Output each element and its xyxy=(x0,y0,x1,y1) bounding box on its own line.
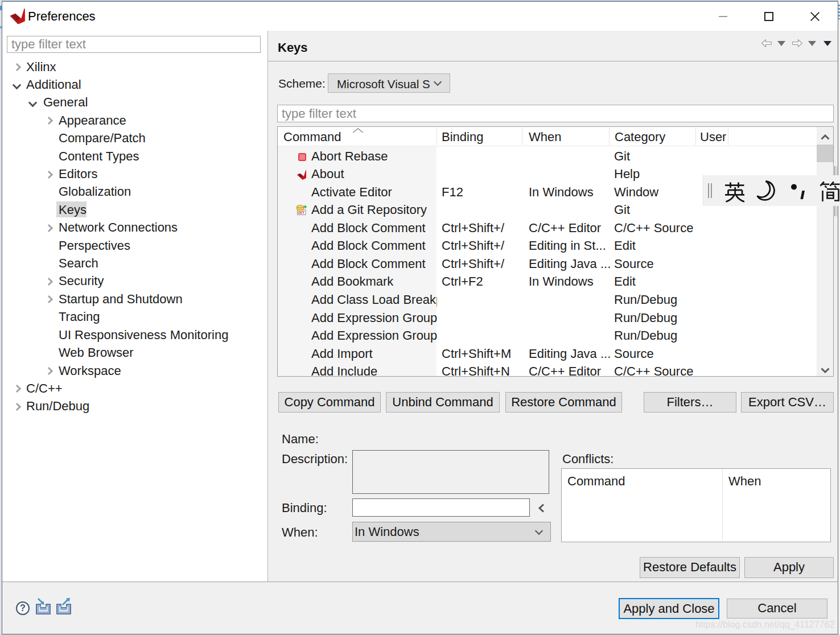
svg-text:GIT: GIT xyxy=(298,211,304,215)
